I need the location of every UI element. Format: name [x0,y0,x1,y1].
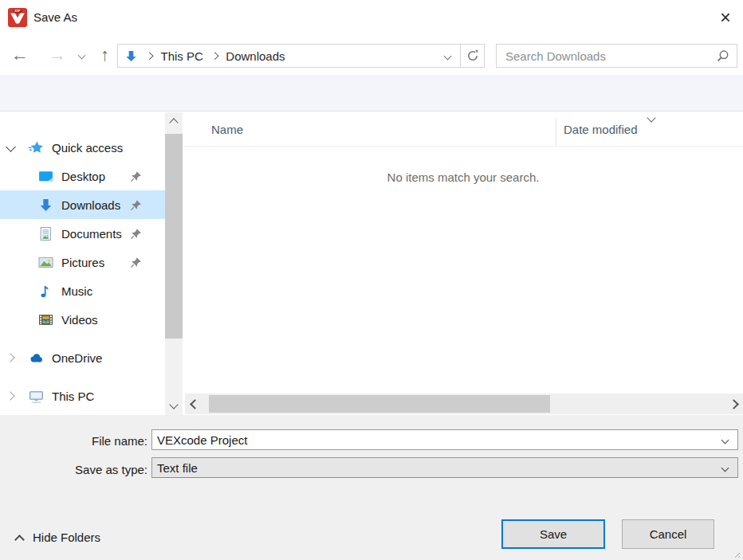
videos-filmstrip-icon [38,312,53,327]
scrollbar-thumb[interactable] [209,395,550,413]
sidebar-item-this-pc[interactable]: This PC [0,382,165,410]
pin-icon[interactable] [130,228,142,240]
resize-grip[interactable] [733,550,741,558]
sidebar-item-quick-access[interactable]: Quick access [0,133,165,162]
command-toolbar: Organize New folder ? [0,75,743,112]
sidebar-item-label: This PC [52,390,94,403]
scroll-down-icon[interactable] [165,394,183,415]
sidebar-item-label: Quick access [52,141,123,155]
refresh-button[interactable] [460,45,484,67]
sidebar-item-pictures[interactable]: Pictures [0,248,165,276]
navigation-pane: Quick access Desktop Downloads [0,112,183,415]
sort-indicator-chevron-icon [647,113,655,122]
sidebar-item-label: OneDrive [52,351,102,365]
sidebar-item-label: Downloads [61,198,120,212]
file-name-dropdown-chevron-icon[interactable] [721,436,729,444]
breadcrumb-this-pc[interactable]: This PC [161,49,203,63]
sidebar-item-documents[interactable]: Documents [0,219,165,248]
onedrive-cloud-icon [29,350,44,366]
sidebar-item-label: Documents [61,227,122,241]
file-name-label: File name: [0,434,147,448]
music-note-icon [38,284,53,299]
expander-chevron-icon[interactable] [6,353,14,362]
address-dropdown-chevron-icon[interactable] [444,52,452,60]
file-list-pane: Name Date modified No items match your s… [183,112,743,415]
sidebar-scrollbar[interactable] [165,112,183,415]
column-header-date-modified[interactable]: Date modified [564,123,638,136]
empty-list-message: No items match your search. [183,170,743,184]
sidebar-item-desktop[interactable]: Desktop [0,162,165,190]
save-button[interactable]: Save [501,519,605,549]
save-as-type-label: Save as type: [0,463,147,476]
breadcrumb-chevron-icon[interactable] [146,52,153,59]
breadcrumb-downloads[interactable]: Downloads [226,49,285,63]
downloads-folder-icon [124,49,138,63]
pin-icon[interactable] [130,170,142,182]
sidebar-item-onedrive[interactable]: OneDrive [0,343,165,372]
address-bar[interactable]: This PC Downloads [117,44,485,68]
scroll-up-icon[interactable] [165,112,183,133]
title-bar: EXP Save As × [0,0,743,35]
scroll-right-icon[interactable] [724,394,743,414]
svg-text:EXP: EXP [15,10,22,13]
sidebar-item-label: Desktop [61,170,105,183]
hide-folders-button[interactable]: Hide Folders [16,531,100,544]
cancel-button[interactable]: Cancel [622,519,714,549]
breadcrumb-chevron-icon[interactable] [210,52,218,59]
recent-locations-chevron-icon[interactable] [78,52,86,60]
search-box [496,44,737,68]
file-name-combobox [151,429,738,450]
save-as-type-value: Text file [152,461,722,475]
header-underline [183,146,743,147]
save-as-dialog: EXP Save As × ← → ↑ This PC Downloads [0,0,743,560]
hide-folders-label: Hide Folders [33,531,100,544]
window-title: Save As [33,10,77,24]
sidebar-item-label: Music [61,284,92,298]
forward-arrow-icon[interactable]: → [49,46,66,64]
sidebar-item-label: Pictures [61,256,104,269]
pin-icon[interactable] [130,257,142,268]
search-icon[interactable] [716,49,729,63]
save-as-type-combobox[interactable]: Text file [151,457,738,478]
desktop-icon [38,169,53,184]
file-name-input[interactable] [152,433,722,447]
pin-icon[interactable] [130,199,142,211]
pictures-icon [38,255,53,270]
quick-access-star-icon [29,140,44,155]
up-arrow-icon[interactable]: ↑ [100,46,109,64]
sidebar-item-music[interactable]: Music [0,276,165,305]
sidebar-item-videos[interactable]: Videos [0,305,165,334]
sidebar-item-downloads[interactable]: Downloads [0,190,165,219]
search-input[interactable] [497,49,716,63]
back-arrow-icon[interactable]: ← [11,46,29,64]
expander-chevron-icon[interactable] [6,142,16,152]
bottom-panel: File name: Save as type: Text file Hide … [0,415,743,560]
column-separator[interactable] [556,118,556,146]
downloads-icon [38,198,53,213]
this-pc-monitor-icon [29,389,44,404]
vexcode-app-icon: EXP [8,8,27,27]
column-header-name[interactable]: Name [211,123,243,136]
sidebar-item-label: Videos [61,313,98,327]
refresh-icon [466,49,479,62]
save-as-type-dropdown-chevron-icon[interactable] [721,464,729,472]
file-list-horizontal-scrollbar[interactable] [185,394,743,414]
chevron-up-icon [14,535,25,545]
scrollbar-thumb[interactable] [165,134,183,339]
documents-icon [38,226,53,241]
expander-chevron-icon[interactable] [6,391,14,400]
scroll-left-icon[interactable] [185,394,204,414]
close-icon[interactable]: × [713,5,738,30]
